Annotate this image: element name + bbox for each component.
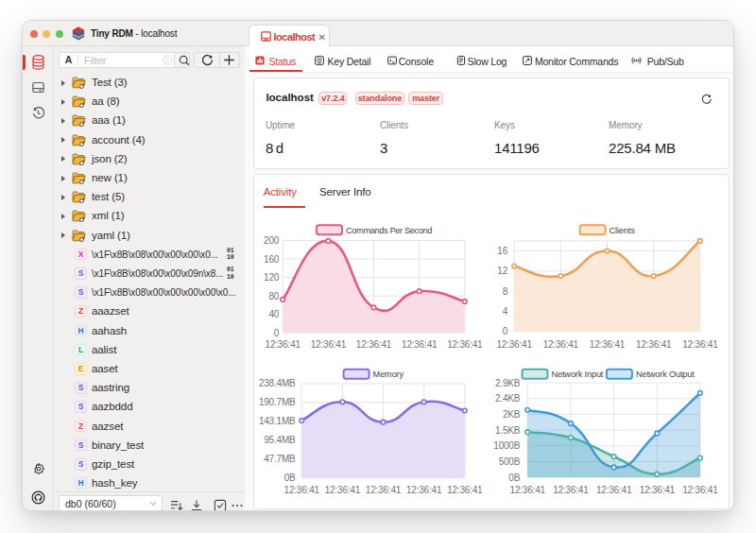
svg-text:2KB: 2KB xyxy=(503,409,521,420)
svg-text:0: 0 xyxy=(503,326,508,336)
svg-text:12:36:41: 12:36:41 xyxy=(496,339,532,350)
svg-text:Memory: Memory xyxy=(373,370,404,379)
svg-text:160: 160 xyxy=(264,254,280,265)
svg-text:12:36:41: 12:36:41 xyxy=(640,485,676,495)
svg-text:12:36:41: 12:36:41 xyxy=(682,485,718,495)
svg-text:16: 16 xyxy=(497,246,507,256)
svg-text:0B: 0B xyxy=(284,473,296,483)
svg-text:40: 40 xyxy=(268,309,279,319)
svg-text:2.9KB: 2.9KB xyxy=(495,378,521,388)
svg-text:12:36:41: 12:36:41 xyxy=(366,485,402,495)
svg-text:12:36:41: 12:36:41 xyxy=(596,485,632,495)
svg-text:12: 12 xyxy=(497,266,507,276)
svg-text:?: ? xyxy=(166,56,170,62)
svg-text:4: 4 xyxy=(503,306,508,317)
svg-text:12:36:41: 12:36:41 xyxy=(356,339,392,350)
svg-text:Network Output: Network Output xyxy=(636,370,695,379)
svg-text:47.7MB: 47.7MB xyxy=(264,454,296,464)
svg-text:12:36:41: 12:36:41 xyxy=(510,485,546,495)
svg-text:12:36:41: 12:36:41 xyxy=(266,339,301,350)
svg-text:Commands Per Second: Commands Per Second xyxy=(346,226,432,235)
svg-text:95.4MB: 95.4MB xyxy=(264,435,296,445)
svg-text:2.4KB: 2.4KB xyxy=(495,393,521,404)
svg-text:12:36:41: 12:36:41 xyxy=(590,339,626,350)
svg-text:12:36:41: 12:36:41 xyxy=(682,339,718,350)
svg-text:1000B: 1000B xyxy=(493,440,520,451)
svg-text:12:36:41: 12:36:41 xyxy=(311,339,347,350)
svg-text:Network Input: Network Input xyxy=(552,370,604,379)
svg-text:80: 80 xyxy=(268,291,279,301)
svg-text:12:36:41: 12:36:41 xyxy=(284,485,320,495)
svg-text:120: 120 xyxy=(264,272,280,283)
svg-text:12:36:41: 12:36:41 xyxy=(636,339,672,350)
svg-text:12:36:41: 12:36:41 xyxy=(406,485,442,495)
svg-text:1.5KB: 1.5KB xyxy=(495,425,521,436)
svg-text:200: 200 xyxy=(264,235,280,246)
svg-text:12:36:41: 12:36:41 xyxy=(447,339,483,350)
svg-text:Clients: Clients xyxy=(610,226,636,235)
svg-text:0: 0 xyxy=(274,328,280,338)
svg-text:190.7MB: 190.7MB xyxy=(259,397,296,407)
svg-text:12:36:41: 12:36:41 xyxy=(402,339,438,350)
svg-text:143.1MB: 143.1MB xyxy=(259,416,296,426)
svg-text:500B: 500B xyxy=(499,456,521,467)
svg-text:8: 8 xyxy=(503,286,508,297)
svg-text:0B: 0B xyxy=(508,473,520,483)
svg-text:12:36:41: 12:36:41 xyxy=(543,339,579,350)
svg-text:238.4MB: 238.4MB xyxy=(259,378,296,388)
svg-text:12:36:41: 12:36:41 xyxy=(553,485,589,495)
svg-text:12:36:41: 12:36:41 xyxy=(447,485,483,495)
svg-text:12:36:41: 12:36:41 xyxy=(325,485,361,495)
